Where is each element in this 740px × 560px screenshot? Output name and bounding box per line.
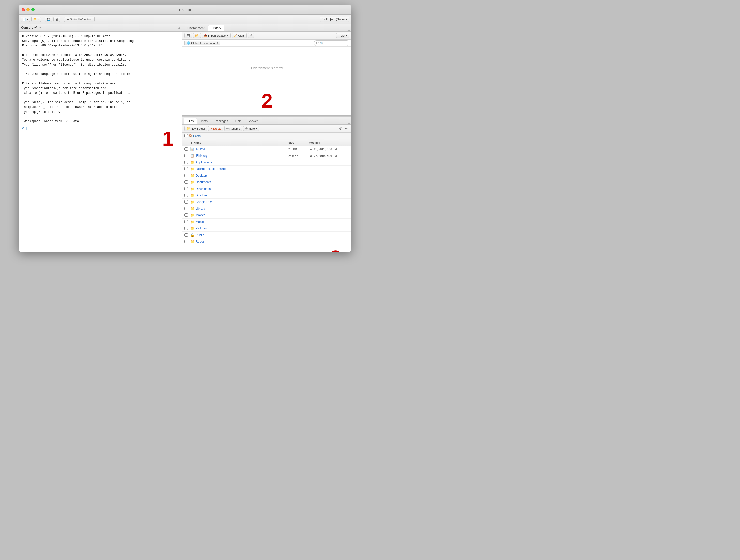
delete-button[interactable]: ✕ Delete bbox=[208, 126, 223, 131]
file-checkbox[interactable] bbox=[184, 194, 188, 197]
col-size-header[interactable]: Size bbox=[288, 141, 309, 144]
annotation-3-container: 3 bbox=[182, 245, 352, 252]
home-breadcrumb[interactable]: 🏠 Home bbox=[189, 134, 200, 137]
table-row[interactable]: 📁 Library bbox=[182, 205, 352, 212]
console-expand-icon[interactable]: ↗ bbox=[38, 26, 41, 29]
goto-file-button[interactable]: ▶ Go to file/function bbox=[64, 16, 95, 22]
env-empty-label: Environment is empty bbox=[251, 66, 283, 70]
table-row[interactable]: 📁 Music bbox=[182, 218, 352, 225]
file-name[interactable]: 📁 Library bbox=[190, 206, 288, 211]
table-row[interactable]: 📁 Pictures bbox=[182, 225, 352, 232]
table-row[interactable]: 📁 Downloads bbox=[182, 185, 352, 192]
table-row[interactable]: 📁 Desktop bbox=[182, 172, 352, 179]
table-row[interactable]: 📋 .Rhistory 25.6 KB Jan 26, 2015, 3:06 P… bbox=[182, 153, 352, 159]
col-modified-header[interactable]: Modified bbox=[309, 141, 349, 144]
file-name[interactable]: 📁 Downloads bbox=[190, 187, 288, 191]
file-name[interactable]: 📁 backup-rstudio-desktop bbox=[190, 167, 288, 171]
global-env-button[interactable]: 🌐 Global Environment ▾ bbox=[184, 41, 220, 45]
import-dataset-button[interactable]: 📥 Import Dataset ▾ bbox=[202, 33, 231, 38]
file-name-label: Public bbox=[196, 233, 204, 237]
file-checkbox[interactable] bbox=[184, 154, 188, 157]
table-row[interactable]: 🔒 Public bbox=[182, 232, 352, 238]
files-options-icon[interactable]: ⋯ bbox=[347, 134, 349, 137]
new-folder-button[interactable]: 📁 New Folder bbox=[184, 126, 207, 131]
tab-files[interactable]: Files bbox=[184, 118, 197, 124]
files-maximize-icon[interactable]: □ bbox=[348, 121, 350, 124]
env-load-button[interactable]: 📂 bbox=[193, 33, 201, 38]
file-checkbox[interactable] bbox=[184, 220, 188, 223]
file-checkbox[interactable] bbox=[184, 213, 188, 217]
file-name[interactable]: 📁 Desktop bbox=[190, 174, 288, 178]
file-name[interactable]: 🔒 Public bbox=[190, 233, 288, 237]
save-button[interactable]: 💾 bbox=[45, 16, 52, 22]
print-button[interactable]: 🖨 bbox=[54, 17, 60, 22]
table-row[interactable]: 📁 Google Drive bbox=[182, 199, 352, 205]
file-name[interactable]: 📁 Music bbox=[190, 220, 288, 224]
files-more-icon[interactable]: ⋯ bbox=[344, 126, 349, 131]
clear-button[interactable]: 🧹 Clear bbox=[232, 33, 247, 38]
file-checkbox[interactable] bbox=[184, 161, 188, 164]
console-maximize-icon[interactable]: □ bbox=[178, 26, 180, 29]
tab-packages[interactable]: Packages bbox=[211, 118, 232, 124]
files-refresh-icon[interactable]: ↺ bbox=[338, 126, 343, 131]
tab-history[interactable]: History bbox=[208, 25, 224, 31]
file-name[interactable]: 📁 Pictures bbox=[190, 226, 288, 230]
file-name[interactable]: 📁 Movies bbox=[190, 213, 288, 217]
file-name-label: Music bbox=[196, 220, 203, 223]
table-row[interactable]: 📁 Repos bbox=[182, 238, 352, 245]
file-name[interactable]: 📁 Dropbox bbox=[190, 193, 288, 197]
table-row[interactable]: 📁 backup-rstudio-desktop bbox=[182, 166, 352, 172]
file-checkbox[interactable] bbox=[184, 187, 188, 190]
list-button[interactable]: ≡ List ▾ bbox=[336, 33, 349, 38]
table-row[interactable]: 📊 .RData 2.5 KB Jan 26, 2015, 3:06 PM bbox=[182, 146, 352, 153]
open-file-button[interactable]: 📂 ▾ bbox=[31, 16, 41, 22]
file-checkbox[interactable] bbox=[184, 180, 188, 184]
tab-help[interactable]: Help bbox=[232, 118, 245, 124]
table-row[interactable]: 📁 Applications bbox=[182, 159, 352, 166]
maximize-button[interactable] bbox=[31, 8, 34, 11]
env-maximize-icon[interactable]: □ bbox=[348, 28, 350, 31]
file-name[interactable]: 📁 Repos bbox=[190, 240, 288, 244]
file-name[interactable]: 📁 Documents bbox=[190, 180, 288, 184]
file-name-label: Downloads bbox=[196, 187, 211, 191]
annotation-2-container: 2 bbox=[182, 89, 352, 115]
more-arrow-icon: ▾ bbox=[256, 127, 257, 130]
file-checkbox[interactable] bbox=[184, 148, 188, 151]
new-folder-label: New Folder bbox=[191, 127, 205, 130]
file-checkbox[interactable] bbox=[184, 226, 188, 230]
file-checkbox[interactable] bbox=[184, 240, 188, 243]
console-header: Console ~/ ↗ — □ bbox=[18, 24, 182, 31]
rename-button[interactable]: ✏ Rename bbox=[224, 126, 242, 131]
tab-environment[interactable]: Environment bbox=[184, 25, 208, 31]
minimize-button[interactable] bbox=[26, 8, 30, 11]
env-save-button[interactable]: 💾 bbox=[184, 33, 192, 38]
file-checkbox[interactable] bbox=[184, 167, 188, 171]
more-button[interactable]: ⚙ More ▾ bbox=[243, 126, 259, 131]
file-name[interactable]: 📋 .Rhistory bbox=[190, 154, 288, 158]
file-name[interactable]: 📁 Google Drive bbox=[190, 200, 288, 204]
env-minimize-icon[interactable]: — bbox=[344, 28, 347, 31]
file-name[interactable]: 📊 .RData bbox=[190, 147, 288, 151]
files-minimize-icon[interactable]: — bbox=[344, 121, 347, 124]
table-row[interactable]: 📁 Dropbox bbox=[182, 192, 352, 199]
col-name-header[interactable]: ▲ Name bbox=[190, 141, 288, 144]
table-row[interactable]: 📁 Documents bbox=[182, 179, 352, 185]
files-panel-actions: — □ bbox=[343, 121, 352, 124]
file-checkbox[interactable] bbox=[184, 233, 188, 237]
project-button[interactable]: 🗂 Project: (None) ▾ bbox=[320, 16, 349, 22]
tab-viewer[interactable]: Viewer bbox=[245, 118, 261, 124]
env-search-input[interactable] bbox=[314, 40, 349, 46]
file-checkbox[interactable] bbox=[184, 174, 188, 177]
table-row[interactable]: 📁 Movies bbox=[182, 212, 352, 218]
console-body[interactable]: R version 3.1.2 (2014-10-31) -- "Pumpkin… bbox=[18, 31, 182, 252]
file-checkbox[interactable] bbox=[184, 207, 188, 210]
select-all-checkbox[interactable] bbox=[184, 134, 188, 137]
close-button[interactable] bbox=[22, 8, 25, 11]
refresh-button[interactable]: ↺ bbox=[248, 33, 254, 38]
file-name[interactable]: 📁 Applications bbox=[190, 160, 288, 164]
console-prompt-line[interactable]: > | bbox=[22, 126, 179, 130]
file-checkbox[interactable] bbox=[184, 200, 188, 203]
tab-plots[interactable]: Plots bbox=[197, 118, 211, 124]
console-minimize-icon[interactable]: — bbox=[174, 26, 176, 29]
new-file-button[interactable]: 📄 ▾ bbox=[21, 16, 30, 22]
